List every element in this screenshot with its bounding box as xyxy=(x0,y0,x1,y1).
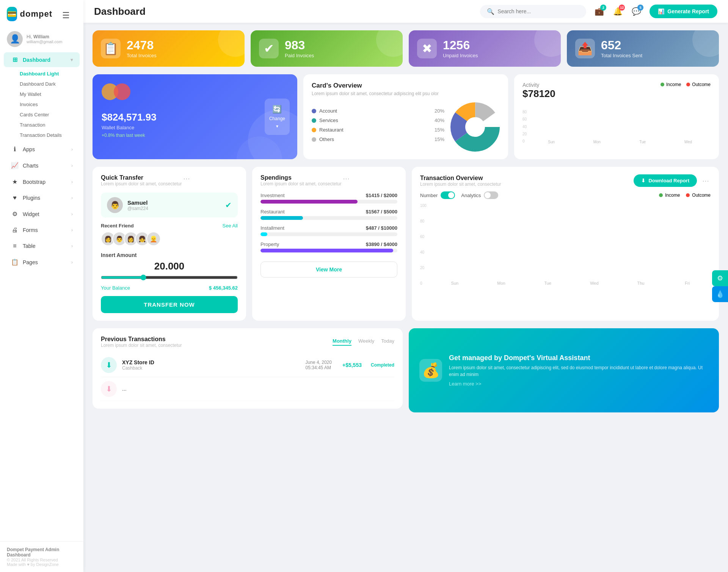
spendings-panel: Spendings Lorem ipsum dolor sit amet, co… xyxy=(252,167,406,321)
amount-slider[interactable] xyxy=(101,274,238,281)
see-all-link[interactable]: See All xyxy=(223,223,238,229)
sidebar-item-cards-center[interactable]: Cards Center xyxy=(16,110,83,120)
transfer-user-handle: @sam224 xyxy=(127,206,148,211)
sidebar-item-table[interactable]: ≡ Table › xyxy=(4,239,80,253)
legend-pct-account: 20% xyxy=(435,108,444,114)
sidebar-item-forms[interactable]: 🖨 Forms › xyxy=(4,223,80,237)
cards-overview-titles: Card's Overview Lorem ipsum dolor sit am… xyxy=(312,82,439,102)
act-label-income: Income xyxy=(666,82,681,87)
txn-tab-weekly[interactable]: Weekly xyxy=(358,338,374,346)
dashboard-icon: ⊞ xyxy=(11,56,19,63)
act-dot-income xyxy=(661,83,664,86)
toggle-number-label: Number xyxy=(420,193,438,198)
toggle-analytics-knob xyxy=(485,192,491,198)
toggle-number-switch[interactable] xyxy=(441,191,455,199)
stat-info-total: 2478 Total Invoices xyxy=(127,39,157,58)
chevron-right-icon: › xyxy=(71,195,73,201)
chevron-right-icon: › xyxy=(71,227,73,233)
sidebar-item-dashboard-light[interactable]: Dashboard Light xyxy=(16,69,83,79)
sidebar-item-transaction[interactable]: Transaction xyxy=(16,120,83,130)
big-bar-lbl-fri: Fri xyxy=(664,281,711,285)
txn-item-icon-2: ⬇ xyxy=(101,381,117,397)
legend-pct-services: 40% xyxy=(435,118,444,123)
spendings-dots-button[interactable]: ⋯ xyxy=(341,174,351,183)
big-bar-lbl-sun: Sun xyxy=(431,281,478,285)
sidebar-item-invoices[interactable]: Invoices xyxy=(16,99,83,110)
footer-copy: © 2021 All Rights Reserved xyxy=(7,558,77,562)
recent-friends-row: Recent Friend See All xyxy=(101,223,238,229)
txn-item-type-xyz: Cashback xyxy=(122,365,154,371)
spending-item-investment: Investment $1415 / $2000 xyxy=(260,193,397,204)
search-input[interactable] xyxy=(497,8,566,14)
txn-tab-today[interactable]: Today xyxy=(381,338,394,346)
act-legend-outcome: Outcome xyxy=(686,82,711,87)
txn-overview-header: Transaction Overview Lorem ipsum dolor s… xyxy=(420,174,711,187)
virtual-assistant-panel: 💰 Get managed by Dompet's Virtual Assist… xyxy=(409,328,719,412)
view-more-button[interactable]: View More xyxy=(260,262,397,277)
wallet-label: Wallet Balance xyxy=(102,125,288,130)
txn-legend: Income Outcome xyxy=(659,193,711,198)
txn-item-time-val: 05:34:45 AM xyxy=(306,365,332,370)
spending-bar-property xyxy=(260,249,393,252)
virtual-assistant-link[interactable]: Learn more >> xyxy=(449,381,481,387)
sidebar-item-pages[interactable]: 📋 Pages › xyxy=(4,255,80,270)
txn-legend-outcome: Outcome xyxy=(686,193,711,198)
prev-txn-desc: Lorem ipsum dolor sit amet, consectetur xyxy=(101,343,333,348)
spending-name-restaurant: Restaurant xyxy=(260,209,285,215)
sidebar-item-charts[interactable]: 📈 Charts › xyxy=(4,158,80,173)
sidebar-item-bootstrap[interactable]: ★ Bootstrap › xyxy=(4,174,80,189)
spending-bar-bg-installment xyxy=(260,232,397,236)
legend-pct-others: 15% xyxy=(435,136,444,142)
activity-info: Activity $78120 xyxy=(522,82,555,100)
download-report-button[interactable]: ⬇ Download Report xyxy=(634,174,697,187)
chevron-right-icon: › xyxy=(71,212,73,217)
sidebar-item-my-wallet[interactable]: My Wallet xyxy=(16,89,83,99)
sidebar-sub-dashboard: Dashboard Light Dashboard Dark My Wallet… xyxy=(0,68,83,141)
quick-transfer-dots-button[interactable]: ⋯ xyxy=(182,174,191,183)
sidebar-item-label: Pages xyxy=(23,259,38,265)
txn-item-date-val: June 4, 2020 xyxy=(306,360,332,365)
txn-legend-income: Income xyxy=(659,193,680,198)
download-report-label: Download Report xyxy=(648,178,689,183)
sidebar-item-apps[interactable]: ℹ Apps › xyxy=(4,142,80,157)
generate-report-button[interactable]: 📊 Generate Report xyxy=(650,5,717,18)
wallet-badge: 2 xyxy=(600,5,606,11)
sidebar-item-plugins[interactable]: ♥ Plugins › xyxy=(4,191,80,205)
transfer-now-button[interactable]: TRANSFER NOW xyxy=(101,296,238,313)
sidebar-item-transaction-details[interactable]: Transaction Details xyxy=(16,130,83,140)
spending-amount-installment: $487 / $10000 xyxy=(366,225,397,231)
stat-lbl-unpaid: Unpaid Invoices xyxy=(443,53,478,58)
activity-title: Activity xyxy=(522,82,555,88)
forms-icon: 🖨 xyxy=(11,227,19,234)
txn-overview-dots-button[interactable]: ⋯ xyxy=(701,177,711,185)
legend-pct-restaurant: 15% xyxy=(435,127,444,133)
sidebar-item-widget[interactable]: ⚙ Widget › xyxy=(4,207,80,221)
sidebar-item-dashboard-dark[interactable]: Dashboard Dark xyxy=(16,79,83,89)
txn-overview-desc: Lorem ipsum dolor sit amet, consectetur xyxy=(420,182,634,187)
spending-item-restaurant: Restaurant $1567 / $5000 xyxy=(260,209,397,220)
spending-amount-property: $3890 / $4000 xyxy=(366,241,397,247)
sidebar-item-label: Bootstrap xyxy=(23,179,46,185)
txn-item-details-xyz: XYZ Store ID Cashback xyxy=(122,359,154,371)
wallet-icon-button[interactable]: 💼 2 xyxy=(592,5,606,18)
quick-transfer-panel: Quick Transfer Lorem ipsum dolor sit ame… xyxy=(93,167,246,321)
legend-item-services: Services 40% xyxy=(312,118,444,123)
wallet-change-button[interactable]: 🔄 Change ▾ xyxy=(265,99,290,135)
legend-dot-services xyxy=(312,118,316,123)
txn-dot-outcome xyxy=(686,193,690,197)
sidebar-item-dashboard[interactable]: ⊞ Dashboard ▾ xyxy=(4,52,80,67)
settings-float-button[interactable]: ⚙ xyxy=(712,270,728,286)
stat-icon-paid: ✔ xyxy=(259,39,279,58)
transfer-user-card: 👨 Samuel @sam224 ✔ xyxy=(101,193,238,218)
bar-labels: Sun Mon Tue Wed xyxy=(529,140,711,144)
toggle-number: Number xyxy=(420,191,455,199)
notification-icon-button[interactable]: 🔔 12 xyxy=(611,5,625,18)
hamburger-button[interactable]: ☰ xyxy=(55,8,77,20)
txn-tab-monthly[interactable]: Monthly xyxy=(333,338,351,346)
friend-avatar-5[interactable]: 👱 xyxy=(146,232,161,246)
spending-bar-restaurant xyxy=(260,216,303,220)
txn-item-name-xyz: XYZ Store ID xyxy=(122,359,154,365)
toggle-analytics-switch[interactable] xyxy=(484,191,498,199)
chat-icon-button[interactable]: 💬 5 xyxy=(629,5,643,18)
water-float-button[interactable]: 💧 xyxy=(712,286,728,302)
